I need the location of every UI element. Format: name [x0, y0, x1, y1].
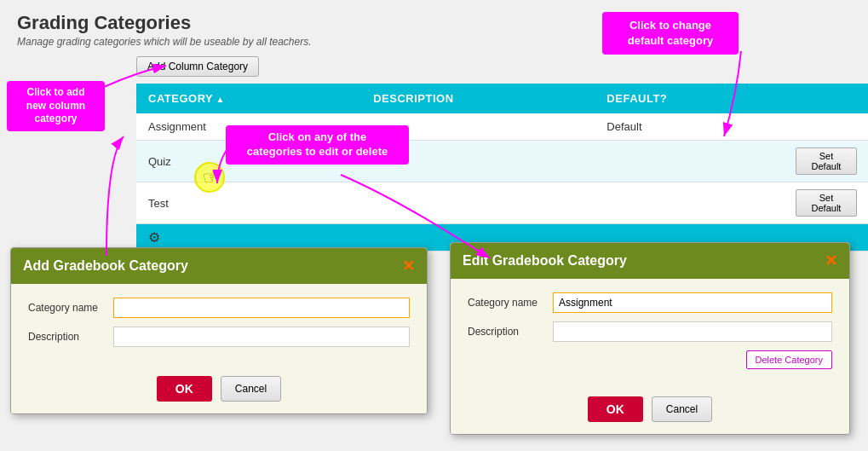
edit-description-row: Description [468, 321, 832, 342]
set-default-button[interactable]: Set Default [796, 147, 857, 175]
default-column-header: DEFAULT? [595, 84, 784, 113]
add-cancel-button[interactable]: Cancel [221, 376, 281, 402]
add-description-input[interactable] [113, 327, 410, 347]
edit-modal: Edit Gradebook Category ✕ Category name … [450, 242, 850, 435]
action-column-header [784, 84, 868, 113]
add-category-name-row: Category name [28, 298, 410, 318]
delete-row: Delete Category [468, 350, 832, 376]
edit-modal-footer: OK Cancel [451, 390, 849, 434]
add-column-category-button[interactable]: Add Column Category [136, 56, 259, 77]
category-column-header: CATEGORY [136, 84, 361, 113]
description-column-header: DESCRIPTION [361, 84, 595, 113]
default-cell [595, 141, 784, 182]
edit-ok-button[interactable]: OK [588, 396, 643, 422]
add-modal-title: Add Gradebook Category [23, 258, 188, 274]
add-description-row: Description [28, 327, 410, 347]
add-ok-button[interactable]: OK [157, 376, 212, 402]
add-modal-footer: OK Cancel [11, 369, 427, 413]
edit-modal-body: Category name Description Delete Categor… [451, 279, 849, 390]
edit-delete-callout: Click on any of thecategories to edit or… [226, 125, 409, 165]
edit-category-name-input[interactable] [553, 292, 832, 313]
cursor-highlight [194, 162, 225, 193]
add-modal-body: Category name Description [11, 284, 427, 369]
add-modal-close[interactable]: ✕ [402, 257, 415, 275]
edit-category-name-row: Category name [468, 292, 832, 313]
edit-modal-header: Edit Gradebook Category ✕ [451, 243, 849, 279]
add-modal: Add Gradebook Category ✕ Category name D… [10, 247, 428, 414]
table-row[interactable]: Test Set Default [136, 182, 868, 224]
default-cell [595, 182, 784, 224]
edit-description-label: Description [468, 326, 553, 338]
edit-modal-close[interactable]: ✕ [825, 252, 837, 270]
edit-category-name-label: Category name [468, 297, 553, 309]
add-description-label: Description [28, 331, 113, 343]
add-category-name-label: Category name [28, 302, 113, 314]
categories-table: CATEGORY DESCRIPTION DEFAULT? Assignment… [136, 84, 868, 252]
action-cell[interactable]: Set Default [784, 141, 868, 182]
edit-modal-title: Edit Gradebook Category [463, 253, 627, 269]
default-cell: Default [595, 113, 784, 141]
category-cell: Test [136, 182, 361, 224]
edit-cancel-button[interactable]: Cancel [652, 396, 712, 422]
set-default-button[interactable]: Set Default [796, 189, 857, 217]
action-cell [784, 113, 868, 141]
description-cell [361, 182, 595, 224]
change-default-callout: Click to changedefault category [602, 12, 739, 55]
delete-category-button[interactable]: Delete Category [746, 350, 833, 369]
add-modal-header: Add Gradebook Category ✕ [11, 248, 427, 284]
add-category-callout: Click to addnew columncategory [7, 81, 105, 131]
add-category-name-input[interactable] [113, 298, 410, 318]
action-cell[interactable]: Set Default [784, 182, 868, 224]
edit-description-input[interactable] [553, 321, 832, 342]
